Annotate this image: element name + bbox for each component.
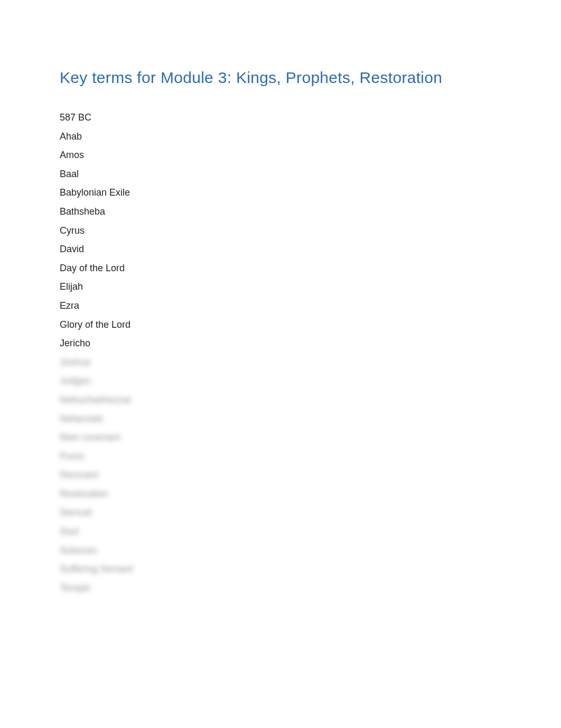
term-item: Babylonian Exile xyxy=(60,187,501,199)
term-item: Amos xyxy=(60,150,501,161)
term-item: Temple xyxy=(60,583,501,594)
term-item: Judges xyxy=(60,375,501,387)
term-item: New covenant xyxy=(60,432,501,444)
term-item: Purim xyxy=(60,451,501,463)
term-item: Solomon xyxy=(60,545,501,557)
term-item: Ezra xyxy=(60,300,501,312)
term-item: Samuel xyxy=(60,507,501,519)
term-item: Suffering Servant xyxy=(60,564,501,575)
page-title: Key terms for Module 3: Kings, Prophets,… xyxy=(60,69,501,87)
term-item: Glory of the Lord xyxy=(60,319,501,331)
term-item: 587 BC xyxy=(60,112,501,124)
term-item: David xyxy=(60,244,501,255)
term-item: Nehemiah xyxy=(60,413,501,425)
term-item: Nebuchadnezzar xyxy=(60,394,501,406)
term-item: Restoration xyxy=(60,489,501,500)
term-item: Joshua xyxy=(60,357,501,368)
term-item: Ahab xyxy=(60,131,501,143)
term-list: 587 BCAhabAmosBaalBabylonian ExileBathsh… xyxy=(60,112,501,594)
term-item: Saul xyxy=(60,526,501,538)
term-item: Jericho xyxy=(60,338,501,349)
term-item: Day of the Lord xyxy=(60,263,501,274)
term-item: Baal xyxy=(60,169,501,180)
term-item: Remnant xyxy=(60,469,501,481)
term-item: Cyrus xyxy=(60,225,501,237)
term-item: Elijah xyxy=(60,281,501,293)
term-item: Bathsheba xyxy=(60,206,501,218)
